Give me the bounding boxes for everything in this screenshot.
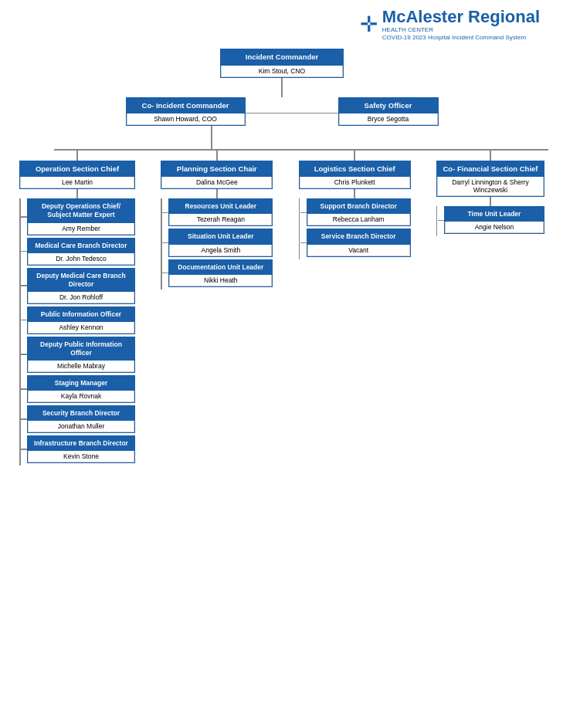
ops-child-7-box: Security Branch Director Jonathan Muller	[27, 405, 135, 433]
ops-child-2-row: Medical Care Branch Director Dr. John Te…	[21, 238, 135, 266]
logistics-column: Logistics Section Chief Chris Plunkett S…	[295, 149, 415, 466]
operations-title: Operation Section Chief	[20, 161, 134, 177]
logistics-name: Chris Plunkett	[300, 177, 410, 188]
plan-child-1-title: Resources Unit Leader	[169, 199, 272, 214]
ops-child-4-box: Public Information Officer Ashley Kennon	[27, 306, 135, 334]
h-tick-4	[21, 320, 27, 321]
ops-child-7-row: Security Branch Director Jonathan Muller	[21, 405, 135, 433]
v-conn-log	[354, 149, 355, 161]
ops-child-6-name: Kayla Rovnak	[28, 391, 134, 402]
financial-box: Co- Financial Section Chief Darryl Linni…	[436, 161, 544, 197]
log-h-tick-2	[300, 242, 307, 244]
row2-inner: Co- Incident Commander Shawn Howard, COO…	[126, 97, 439, 126]
connector-v1	[281, 78, 283, 97]
plan-child-1-name: Tezerah Reagan	[169, 214, 272, 225]
ops-child-8-row: Infrastructure Branch Director Kevin Sto…	[21, 435, 135, 463]
ops-child-8-box: Infrastructure Branch Director Kevin Sto…	[27, 435, 135, 463]
h-tick-2	[21, 251, 27, 252]
log-child-1-name: Rebecca Lanham	[307, 214, 410, 225]
row-2: Co- Incident Commander Shawn Howard, COO…	[8, 97, 556, 126]
h-connector-row2	[246, 113, 338, 114]
planning-name: Dalina McGee	[161, 177, 272, 188]
incident-commander-name: Kim Stout, CNO	[221, 66, 343, 77]
safety-name: Bryce Segotta	[339, 113, 438, 125]
ops-child-8-name: Kevin Stone	[28, 451, 134, 462]
log-children-wrapper: Support Branch Director Rebecca Lanham S…	[299, 198, 411, 259]
plan-child-3-box: Documentation Unit Leader Nikki Heath	[168, 259, 273, 287]
log-children: Support Branch Director Rebecca Lanham S…	[299, 198, 411, 259]
h-line-sections	[54, 149, 548, 151]
fin-child-1-row: Time Unit Leader Angie Nelson	[438, 206, 544, 234]
log-child-1-box: Support Branch Director Rebecca Lanham	[307, 198, 411, 226]
ops-child-1-box: Deputy Operations Chief/ Subject Matter …	[27, 198, 135, 235]
ops-child-2-box: Medical Care Branch Director Dr. John Te…	[27, 238, 135, 266]
log-child-1-title: Support Branch Director	[307, 199, 410, 214]
logo-area: ✛ McAlester Regional HEALTH CENTER COVID…	[8, 8, 555, 41]
safety-group: Safety Officer Bryce Segotta	[338, 97, 439, 126]
row-3-wrapper: Operation Section Chief Lee Martin	[8, 149, 556, 466]
fin-left-bar	[436, 206, 438, 236]
ops-child-4-title: Public Information Officer	[28, 307, 134, 322]
ops-child-8-title: Infrastructure Branch Director	[28, 436, 134, 451]
ops-child-7-name: Jonathan Muller	[28, 421, 134, 432]
ops-left-bar	[19, 198, 21, 466]
incident-commander-group: Incident Commander Kim Stout, CNO	[220, 49, 344, 97]
plan-h-tick-2	[162, 242, 168, 244]
operations-name: Lee Martin	[20, 177, 134, 188]
operations-box: Operation Section Chief Lee Martin	[19, 161, 135, 189]
page: ✛ McAlester Regional HEALTH CENTER COVID…	[0, 0, 563, 728]
ops-child-6-box: Staging Manager Kayla Rovnak	[27, 375, 135, 403]
logo-line1: HEALTH CENTER	[382, 26, 540, 34]
log-child-2-name: Vacant	[307, 245, 410, 256]
plan-child-1-row: Resources Unit Leader Tezerah Reagan	[162, 198, 273, 226]
operations-column: Operation Section Chief Lee Martin	[15, 149, 139, 466]
fin-h-tick-1	[438, 220, 444, 222]
v-conn-ops	[76, 149, 78, 161]
plan-children-wrapper: Resources Unit Leader Tezerah Reagan Sit…	[161, 198, 273, 289]
plan-child-2-row: Situation Unit Leader Angela Smith	[162, 229, 273, 256]
plan-child-2-box: Situation Unit Leader Angela Smith	[168, 229, 273, 256]
ops-child-3-title: Deputy Medical Care Branch Director	[28, 269, 134, 292]
log-h-tick-1	[300, 212, 307, 214]
co-incident-group: Co- Incident Commander Shawn Howard, COO	[126, 97, 246, 126]
logistics-box: Logistics Section Chief Chris Plunkett	[299, 161, 411, 189]
plan-child-2-title: Situation Unit Leader	[169, 229, 272, 244]
co-incident-title: Co- Incident Commander	[127, 98, 245, 113]
ops-child-4-row: Public Information Officer Ashley Kennon	[21, 306, 135, 334]
v-conn-ops-children	[76, 189, 78, 198]
cross-icon: ✛	[360, 12, 378, 37]
logo-text: McAlester Regional HEALTH CENTER COVID-1…	[382, 8, 540, 41]
safety-title: Safety Officer	[339, 98, 438, 113]
ops-children: Deputy Operations Chief/ Subject Matter …	[19, 198, 135, 466]
fin-children-wrapper: Time Unit Leader Angie Nelson	[436, 206, 544, 236]
log-child-1-row: Support Branch Director Rebecca Lanham	[300, 198, 411, 226]
logo-name: McAlester Regional	[382, 8, 540, 26]
plan-child-3-name: Nikki Heath	[169, 275, 272, 286]
v-conn-co	[211, 126, 212, 149]
incident-commander-box: Incident Commander Kim Stout, CNO	[220, 49, 344, 77]
co-incident-name: Shawn Howard, COO	[127, 113, 245, 125]
h-tick-5	[21, 354, 27, 355]
ops-child-5-title: Deputy Public Information Officer	[28, 337, 134, 361]
row-incident: Incident Commander Kim Stout, CNO	[8, 49, 556, 97]
financial-column: Co- Financial Section Chief Darryl Linni…	[432, 149, 548, 466]
logistics-title: Logistics Section Chief	[300, 161, 410, 177]
plan-children: Resources Unit Leader Tezerah Reagan Sit…	[161, 198, 273, 289]
incident-commander-title: Incident Commander	[221, 49, 343, 65]
h-tick-7	[21, 418, 27, 420]
planning-box: Planning Section Chair Dalina McGee	[161, 161, 273, 189]
h-tick-8	[21, 449, 27, 450]
ops-child-3-box: Deputy Medical Care Branch Director Dr. …	[27, 268, 135, 304]
log-child-2-title: Service Branch Director	[307, 229, 410, 244]
v-conn-plan	[216, 149, 218, 161]
financial-title: Co- Financial Section Chief	[437, 161, 544, 177]
ops-child-3-name: Dr. Jon Rohloff	[28, 292, 134, 303]
planning-title: Planning Section Chair	[161, 161, 272, 177]
plan-child-1-box: Resources Unit Leader Tezerah Reagan	[168, 198, 273, 226]
log-left-bar	[299, 198, 300, 259]
org-chart: Incident Commander Kim Stout, CNO Co- In…	[8, 49, 556, 466]
h-tick-6	[21, 388, 27, 390]
plan-child-3-row: Documentation Unit Leader Nikki Heath	[162, 259, 273, 287]
plan-h-tick-3	[162, 273, 168, 274]
four-columns: Operation Section Chief Lee Martin	[8, 149, 556, 466]
